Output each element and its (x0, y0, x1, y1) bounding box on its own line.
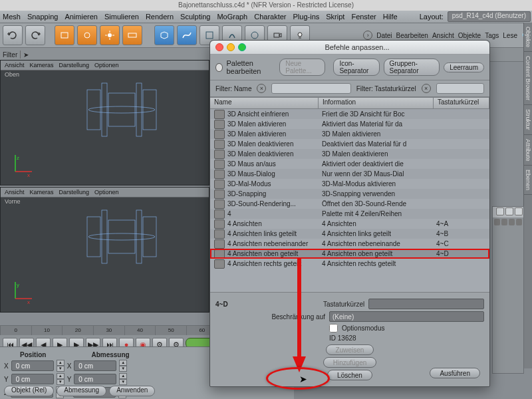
cube-primitive-icon[interactable] (154, 25, 174, 45)
table-row[interactable]: 3D-Snapping3D-Snapping verwenden (210, 189, 489, 199)
panel-menu[interactable]: Tags (485, 32, 499, 39)
table-row[interactable]: 3D-Mal-Modus3D-Mal-Modus aktivieren (210, 179, 489, 189)
command-icon (214, 130, 225, 139)
arrow-icon[interactable]: ➤ (23, 51, 29, 59)
option-mode-checkbox[interactable] (329, 324, 338, 332)
table-row[interactable]: 3D Ansicht einfrierenFriert die 3D Ansic… (210, 109, 489, 119)
col-shortcut[interactable]: Tastaturkürzel (434, 98, 489, 108)
tab-objects[interactable]: Objekte (524, 23, 532, 52)
pos-x-field[interactable]: 0 cm (11, 360, 54, 371)
window-controls (210, 43, 251, 51)
command-icon (214, 249, 225, 259)
clear-name-filter-icon[interactable]: × (257, 84, 266, 93)
menu-item[interactable]: Simulieren (103, 13, 140, 21)
table-row[interactable]: 3D Malen deaktivieren3D Malen deaktivier… (210, 149, 489, 159)
svg-rect-21 (136, 210, 142, 263)
layout-dropdown[interactable]: psd_R14_c4d (Benutzer) (448, 11, 531, 22)
spline-icon[interactable] (177, 25, 197, 45)
table-row[interactable]: 4 Ansichten rechts geteilt4 Ansichten re… (210, 259, 489, 269)
menu-item[interactable]: Animieren (63, 13, 99, 21)
table-row[interactable]: 3D Malen aktivieren3D Malen aktivieren (210, 129, 489, 139)
table-row[interactable]: 3D Maus-DialogNur wenn der 3D Maus-Dial (210, 169, 489, 179)
shortcut-input[interactable] (368, 299, 484, 309)
col-name[interactable]: Name (210, 98, 319, 108)
menu-item[interactable]: Mesh (1, 13, 22, 21)
edit-palettes-radio[interactable] (215, 63, 223, 72)
icon-separator-button[interactable]: Icon-Separator (333, 59, 379, 76)
menu-item[interactable]: Hilfe (382, 13, 399, 21)
dialog-titlebar[interactable]: Befehle anpassen... (210, 41, 489, 55)
svg-rect-0 (61, 33, 68, 38)
close-window-icon[interactable] (215, 43, 223, 51)
assign-button[interactable]: Zuweisen (326, 344, 374, 355)
table-row[interactable]: 3D-Sound-Rendering...Öffnet den 3D-Sound… (210, 199, 489, 209)
zoom-window-icon[interactable] (238, 43, 246, 51)
size-mode-dropdown[interactable]: Abmessung (57, 386, 106, 396)
filter-keys-input[interactable] (436, 83, 484, 94)
svg-point-2 (108, 33, 112, 37)
add-button[interactable]: Hinzufügen (323, 357, 377, 368)
group-separator-button[interactable]: Gruppen-Separator (384, 59, 440, 76)
tab-attribute[interactable]: Attribute (524, 135, 532, 166)
panel-menu[interactable]: Ansicht (432, 32, 454, 39)
menu-item[interactable]: MoGraph (215, 13, 249, 21)
space-button[interactable]: Leerraum (444, 63, 484, 72)
filter-name-input[interactable] (271, 83, 350, 94)
menu-item[interactable]: Fenster (350, 13, 377, 21)
render-view-icon[interactable] (55, 25, 74, 45)
menu-item[interactable]: Plug-ins (292, 13, 321, 21)
tab-layers[interactable]: Ebenen (524, 166, 532, 195)
svg-rect-18 (87, 217, 100, 257)
table-row[interactable]: 3D Malen aktivierenAktiviert das Materia… (210, 119, 489, 129)
restrict-label: Beschränkung auf (215, 313, 325, 321)
panel-menu[interactable]: Lese (503, 32, 517, 39)
apply-button[interactable]: Anwenden (109, 386, 155, 396)
table-header: Name Information Tastaturkürzel (210, 98, 489, 109)
menu-item[interactable]: Sculpting (179, 13, 211, 21)
render-settings-icon[interactable] (100, 25, 120, 45)
minimize-window-icon[interactable] (227, 43, 235, 51)
menu-item[interactable]: Snapping (26, 13, 60, 21)
tab-content-browser[interactable]: Content Browser (524, 52, 532, 105)
undo-icon[interactable] (3, 25, 23, 45)
tab-structure[interactable]: Struktur (524, 105, 532, 135)
svg-text:z: z (17, 155, 19, 161)
execute-button[interactable]: Ausführen (430, 368, 480, 378)
new-palette-button[interactable]: Neue Palette... (279, 59, 325, 76)
panel-menu[interactable]: Bearbeiten (396, 32, 428, 39)
step-up-icon[interactable]: ▲ (57, 360, 65, 366)
close-icon[interactable]: › (363, 31, 372, 40)
command-icon (214, 170, 225, 179)
panel-menu[interactable]: Datei (376, 32, 392, 39)
delete-button[interactable]: Löschen (327, 370, 372, 380)
size-x-field[interactable]: 0 cm (74, 360, 116, 371)
size-y-field[interactable]: 0 cm (74, 374, 116, 384)
redo-icon[interactable] (25, 25, 45, 45)
menu-item[interactable]: Rendern (144, 13, 175, 21)
table-row[interactable]: 4 Ansichten oben geteilt4 Ansichten oben… (210, 249, 489, 259)
render-queue-icon[interactable] (122, 25, 142, 45)
shortcut-field-label: Tastaturkürzel (323, 301, 364, 308)
table-row[interactable]: 4 Ansichten nebeneinander4 Ansichten neb… (210, 239, 489, 249)
viewport-label: Oben (5, 71, 19, 78)
table-row[interactable]: 4Palette mit 4 Zeilen/Reihen (210, 209, 489, 219)
dialog-title: Befehle anpassen... (251, 43, 489, 51)
pos-y-field[interactable]: 0 cm (11, 374, 54, 384)
viewport-top[interactable]: Ansicht Kameras Darstellung Optionen Obe… (0, 60, 209, 186)
col-info[interactable]: Information (319, 98, 434, 108)
restrict-dropdown[interactable]: (Keine) (329, 311, 484, 322)
table-row[interactable]: 4 Ansichten4 Ansichten4~A (210, 219, 489, 229)
clear-keys-filter-icon[interactable]: × (422, 84, 431, 93)
position-label: Position (20, 351, 46, 358)
step-down-icon[interactable]: ▼ (57, 366, 65, 372)
table-row[interactable]: 4 Ansichten links geteilt4 Ansichten lin… (210, 229, 489, 239)
table-row[interactable]: 3D Maus an/ausAktiviert oder deaktiviert… (210, 159, 489, 169)
command-icon (214, 219, 225, 229)
panel-menu[interactable]: Objekte (458, 32, 481, 39)
viewport-front[interactable]: Ansicht Kameras Darstellung Optionen Vor… (0, 187, 209, 313)
table-row[interactable]: 3D Malen deaktivierenDeaktiviert das Mat… (210, 139, 489, 149)
menu-item[interactable]: Skript (325, 13, 346, 21)
object-mode-dropdown[interactable]: Objekt (Rel) (4, 386, 54, 396)
menu-item[interactable]: Charakter (253, 13, 287, 21)
render-region-icon[interactable] (77, 25, 97, 45)
